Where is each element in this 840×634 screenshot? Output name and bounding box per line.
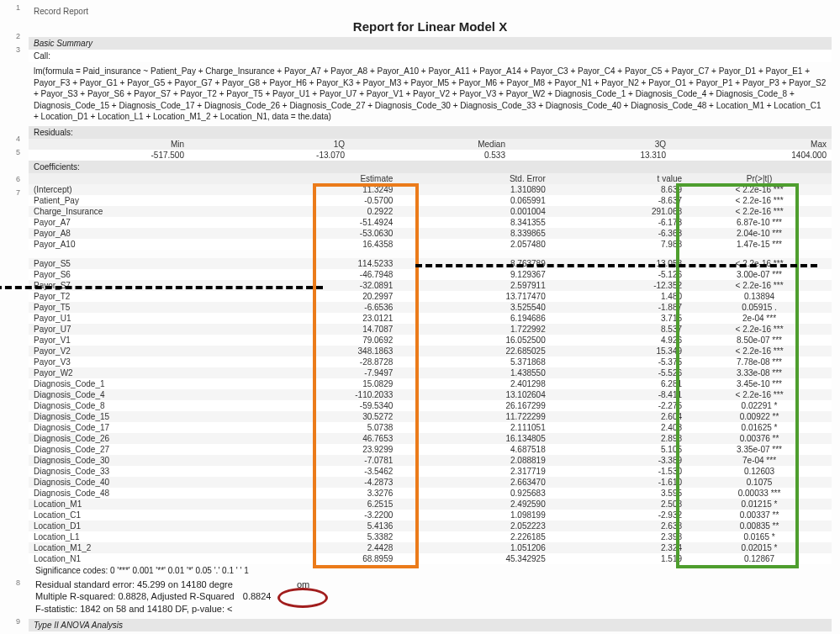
coef-tval: -6.173	[551, 217, 687, 228]
coef-row: Location_L15.33822.2261852.3980.0165 *	[29, 531, 832, 542]
coef-tval: 291.068	[551, 206, 687, 217]
coef-tval: -5.375	[551, 357, 687, 367]
residuals-min-val: -517.500	[29, 150, 189, 161]
coef-stderr: 2.492590	[398, 499, 550, 510]
coef-tval: -1.887	[551, 302, 687, 313]
significance-legend: Significance codes: 0 '***' 0.001 '**' 0…	[29, 564, 832, 577]
coef-estimate: -51.4924	[253, 217, 398, 228]
coef-name: Payor_U1	[29, 313, 253, 324]
coef-row: Payor_A8-53.06308.339865-6.3632.04e-10 *…	[29, 228, 832, 239]
coefficients-table-top: Estimate Std. Error t value Pr(>|t|) (In…	[29, 173, 832, 250]
coef-estimate: -0.5700	[253, 195, 398, 206]
coef-stderr: 2.088819	[398, 455, 550, 466]
coef-tval: 8.639	[551, 184, 687, 195]
coef-name: Diagnosis_Code_30	[29, 455, 253, 466]
coef-name: Location_L1	[29, 531, 253, 542]
formula-text: lm(formula = Paid_insurance ~ Patient_Pa…	[29, 62, 832, 126]
coef-estimate: -110.2033	[253, 389, 398, 400]
coef-estimate: -28.8728	[253, 357, 398, 367]
coef-name: Diagnosis_Code_26	[29, 433, 253, 444]
resid-se-line-a: Residual standard error: 45.299 on 14180…	[35, 579, 233, 589]
residuals-q1-hdr: 1Q	[189, 139, 350, 150]
coef-estimate: -6.6536	[253, 302, 398, 313]
coef-row: Diagnosis_Code_4-110.203313.102604-8.411…	[29, 389, 832, 400]
coef-name: Location_C1	[29, 510, 253, 520]
coef-estimate: -32.0891	[253, 280, 398, 291]
coef-pval: 2e-04 ***	[687, 313, 832, 324]
coef-pval: 0.01215 *	[687, 499, 832, 510]
coef-row: Payor_U123.01216.1946863.7152e-04 ***	[29, 313, 832, 324]
coef-estimate: 5.4136	[253, 520, 398, 531]
coef-pval: 3.45e-10 ***	[687, 378, 832, 389]
coef-name: Payor_U7	[29, 324, 253, 335]
coef-row: Payor_S7-32.08912.597911-12.352< 2.2e-16…	[29, 280, 832, 291]
coef-row: Location_N168.895945.3429251.5190.12867	[29, 553, 832, 564]
coef-row: Payor_S5114.52338.76378913.058< 2.2e-16 …	[29, 258, 832, 269]
residuals-values-row: -517.500 -13.070 0.533 13.310 1404.000	[29, 150, 832, 161]
row-num-9: 9	[2, 617, 20, 626]
coef-estimate: 114.5233	[253, 258, 398, 269]
coef-tval: 2.403	[551, 422, 687, 433]
coef-name: Payor_W2	[29, 367, 253, 378]
coef-tval: 2.398	[551, 531, 687, 542]
coef-stderr: 5.371868	[398, 357, 550, 367]
coef-pval: 0.12603	[687, 466, 832, 477]
coef-estimate: 2.4428	[253, 542, 398, 553]
residuals-q1-val: -13.070	[189, 150, 350, 161]
rsq-line-a: Multiple R-squared: 0.8828, Adjusted R-S…	[35, 591, 235, 601]
coef-pval: < 2.2e-16 ***	[687, 346, 832, 357]
coef-tval: -12.352	[551, 280, 687, 291]
row-num-2: 2	[2, 32, 20, 40]
coef-row: Payor_U714.70871.7229928.537< 2.2e-16 **…	[29, 324, 832, 335]
row-num-6: 6	[2, 175, 20, 183]
coef-row: Payor_T220.299713.7174701.4800.13894	[29, 291, 832, 302]
coef-stderr: 16.134805	[398, 433, 550, 444]
coef-tval: 13.058	[551, 258, 687, 269]
coef-estimate: 46.7653	[253, 433, 398, 444]
coef-stderr: 9.129367	[398, 269, 550, 280]
coef-pval: 3.35e-07 ***	[687, 444, 832, 455]
coef-row: Payor_T5-6.65363.525540-1.8870.05915 .	[29, 302, 832, 313]
call-header: Call:	[29, 50, 832, 62]
basic-summary-header: Basic Summary	[29, 37, 832, 50]
coef-stderr: 0.065991	[398, 195, 550, 206]
coef-tval: 15.349	[551, 346, 687, 357]
coef-name: Diagnosis_Code_8	[29, 400, 253, 411]
coef-row: Payor_V179.069216.0525004.9268.50e-07 **…	[29, 335, 832, 346]
coef-tval: -2.275	[551, 400, 687, 411]
coef-row: Diagnosis_Code_30-7.07812.088819-3.3897e…	[29, 455, 832, 466]
coef-pval: < 2.2e-16 ***	[687, 184, 832, 195]
coef-name: Location_M1	[29, 499, 253, 510]
coef-row: Location_D15.41362.0522232.6380.00835 **	[29, 520, 832, 531]
coef-row: Payor_W2-7.94971.438550-5.5263.33e-08 **…	[29, 367, 832, 378]
residuals-q3-hdr: 3Q	[510, 139, 671, 150]
coef-name: (Intercept)	[29, 184, 253, 195]
coef-tval: -5.526	[551, 367, 687, 378]
coef-stderr: 3.525540	[398, 302, 550, 313]
coef-pval: 0.00835 **	[687, 520, 832, 531]
coef-stderr: 8.763789	[398, 258, 550, 269]
coef-estimate: -4.2873	[253, 477, 398, 488]
coef-pval: < 2.2e-16 ***	[687, 258, 832, 269]
coef-stderr: 2.057480	[398, 239, 550, 250]
row-num-7: 7	[2, 188, 20, 197]
coef-stderr: 2.226185	[398, 531, 550, 542]
coef-estimate: 0.2922	[253, 206, 398, 217]
coef-name: Payor_A10	[29, 239, 253, 250]
coef-pval: 2.04e-10 ***	[687, 228, 832, 239]
coef-stderr: 16.052500	[398, 335, 550, 346]
coef-tval: 3.715	[551, 313, 687, 324]
coef-stderr: 0.925683	[398, 488, 550, 499]
residuals-header-row: Min 1Q Median 3Q Max	[29, 139, 832, 150]
coef-stderr: 26.167299	[398, 400, 550, 411]
coef-pval: 0.05915 .	[687, 302, 832, 313]
coef-pval: 7e-04 ***	[687, 455, 832, 466]
coef-tval: 2.508	[551, 499, 687, 510]
coef-pval: 6.87e-10 ***	[687, 217, 832, 228]
coef-tval: -2.932	[551, 510, 687, 520]
coef-tval: 2.898	[551, 433, 687, 444]
coef-estimate: 11.3249	[253, 184, 398, 195]
coef-pval: 7.78e-08 ***	[687, 357, 832, 367]
coef-name: Payor_S6	[29, 269, 253, 280]
coef-tval: -8.411	[551, 389, 687, 400]
